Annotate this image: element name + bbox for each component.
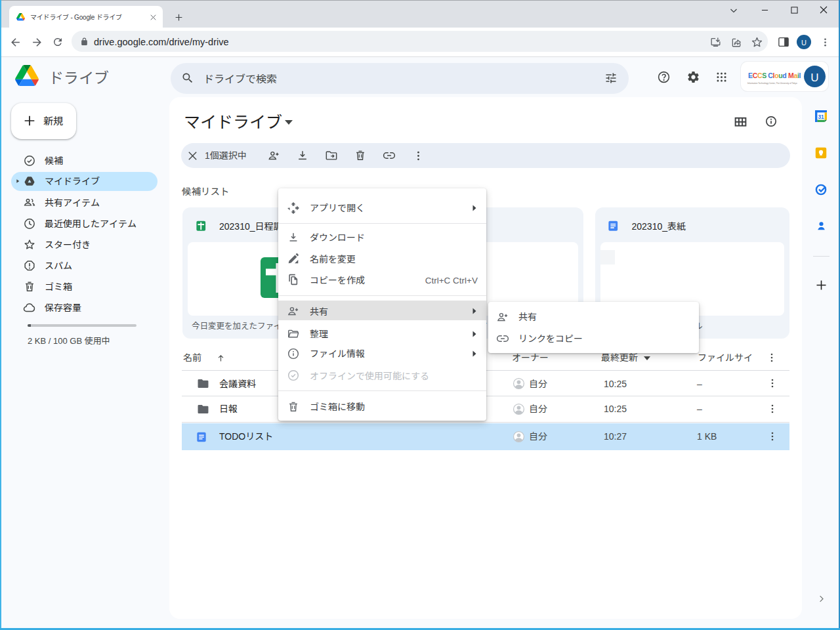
svg-text:31: 31 xyxy=(818,114,824,120)
